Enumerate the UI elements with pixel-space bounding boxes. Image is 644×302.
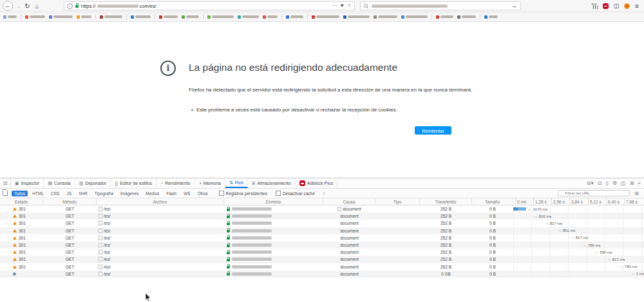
- more-tools-icon[interactable]: ⊞: [630, 180, 634, 186]
- bookmark-item[interactable]: [457, 15, 476, 19]
- file-cell: /es/: [97, 227, 224, 234]
- domain-cell: [224, 270, 323, 278]
- settings-gear-icon[interactable]: ⚙: [612, 180, 617, 186]
- column-header-estado[interactable]: Estado: [0, 198, 43, 205]
- bookmark-item[interactable]: [25, 15, 45, 19]
- table-row[interactable]: 301GET/es/document252 B0 B→ 1170 ms: [0, 205, 644, 212]
- adblock-plus-icon[interactable]: [603, 3, 609, 9]
- bookmark-item[interactable]: [312, 15, 339, 19]
- bookmark-item[interactable]: [484, 15, 498, 19]
- filter-tipografía[interactable]: Tipografía: [92, 191, 116, 196]
- column-header-método[interactable]: Método: [43, 198, 97, 205]
- bookmark-item[interactable]: [238, 15, 259, 19]
- filter-ws[interactable]: WS: [181, 191, 193, 196]
- tab-consola[interactable]: ▤Consola: [44, 178, 75, 188]
- search-bar[interactable]: →: [360, 1, 521, 10]
- persistent-logs-checkbox[interactable]: Registros persistentes: [219, 191, 267, 196]
- bookmark-favicon: [238, 15, 241, 19]
- retry-button[interactable]: Reintentar: [415, 126, 451, 135]
- table-row[interactable]: 301GET/es/document252 B0 B→ 851 ms: [0, 227, 644, 234]
- pocket-icon[interactable]: ♥: [341, 3, 344, 9]
- filter-css[interactable]: CSS: [48, 191, 62, 196]
- table-row[interactable]: 301GET/es/document252 B0 B→ 817 ms: [0, 234, 644, 241]
- forward-button[interactable]: →: [13, 1, 23, 11]
- filter-html[interactable]: HTML: [30, 191, 46, 196]
- tab-almacenamiento[interactable]: ≣Almacenamiento: [248, 178, 296, 188]
- table-row[interactable]: GET/es/document0 GB0 B→ 1 ms: [0, 270, 644, 278]
- bookmark-item[interactable]: [401, 15, 428, 19]
- tab-rendimiento[interactable]: ◔Rendimiento: [156, 178, 195, 188]
- bookmark-item[interactable]: [207, 15, 234, 19]
- tab-inspector[interactable]: ▣Inspector: [11, 178, 44, 188]
- column-header-causa[interactable]: Causa: [323, 198, 375, 205]
- tab-depurador[interactable]: ▥Depurador: [75, 178, 111, 188]
- bookmark-item[interactable]: [436, 15, 453, 19]
- hamburger-menu-icon[interactable]: ≡: [635, 3, 639, 10]
- file-path: /es/: [104, 272, 110, 276]
- redacted-domain: [97, 5, 138, 8]
- size-cell: 0 B: [472, 212, 513, 220]
- page-actions-icon[interactable]: ⋯: [332, 3, 337, 9]
- bookmark-item[interactable]: [159, 15, 178, 19]
- network-filter-bar: TodosHTMLCSSJSXHRTipografíaImágenesMedio…: [0, 189, 644, 198]
- filter-todos[interactable]: Todos: [12, 191, 28, 196]
- back-button[interactable]: ←: [3, 1, 13, 11]
- bookmark-item[interactable]: [182, 15, 199, 19]
- sidebar-icon[interactable]: ◫: [614, 3, 620, 9]
- transferred-cell: 0 GB: [420, 270, 472, 278]
- pick-element-icon[interactable]: ⊡: [0, 178, 11, 188]
- search-go-icon[interactable]: →: [511, 3, 517, 9]
- column-header-timeline[interactable]: 0 ms1,28 s2,56 s3,84 s5,12 s6,40 s7,68 s: [513, 198, 644, 205]
- split-console-icon[interactable]: ⊡: [598, 180, 602, 186]
- site-info-icon[interactable]: i: [67, 3, 73, 9]
- bookmark-item[interactable]: [374, 15, 397, 19]
- bookmark-item[interactable]: [49, 15, 73, 19]
- responsive-mode-icon[interactable]: ▯: [605, 180, 608, 186]
- bookmark-item[interactable]: [77, 15, 91, 19]
- filter-medios[interactable]: Medios: [143, 191, 162, 196]
- close-devtools-icon[interactable]: ×: [638, 180, 641, 186]
- disable-cache-checkbox[interactable]: Desactivar caché: [276, 191, 315, 196]
- tab-memoria[interactable]: ◑Memoria: [194, 178, 225, 188]
- window-icon[interactable]: ◫: [621, 180, 626, 186]
- network-details-toggle-icon[interactable]: ⊞: [634, 191, 639, 196]
- https-lock-icon[interactable]: [75, 5, 79, 8]
- bookmark-favicon: [263, 15, 266, 19]
- network-request-list: 301GET/es/document252 B0 B→ 1170 ms301GE…: [0, 205, 644, 278]
- table-row[interactable]: 301GET/es/document252 B0 B→ 817 ms: [0, 256, 644, 263]
- home-button[interactable]: ⌂: [32, 1, 42, 11]
- url-filter-input[interactable]: [558, 190, 630, 196]
- column-header-dominio[interactable]: Dominio: [224, 198, 323, 205]
- filter-otros[interactable]: Otros: [195, 191, 211, 196]
- library-icon[interactable]: [592, 3, 598, 9]
- bookmark-item[interactable]: [263, 15, 278, 19]
- filter-js[interactable]: JS: [64, 191, 74, 196]
- tab-red[interactable]: ⇅Red: [225, 178, 248, 188]
- extension-icon[interactable]: [624, 3, 630, 9]
- table-row[interactable]: 301GET/es/document252 B0 B→ 769 ms: [0, 241, 644, 249]
- bookmark-item[interactable]: [3, 15, 17, 19]
- tab-adblock-plus[interactable]: Adblock Plus: [296, 178, 337, 188]
- column-header-archivo[interactable]: Archivo: [97, 198, 224, 205]
- filter-flash[interactable]: Flash: [164, 191, 179, 196]
- checkbox-box: [219, 191, 224, 196]
- table-row[interactable]: 301GET/es/document252 B0 B→ 784 ms: [0, 249, 644, 256]
- bookmark-item[interactable]: [100, 15, 122, 19]
- filter-xhr[interactable]: XHR: [76, 191, 90, 196]
- column-header-tamaño[interactable]: Tamaño: [472, 198, 513, 205]
- clear-requests-icon[interactable]: [3, 191, 8, 196]
- bookmark-star-icon[interactable]: ☆: [347, 3, 352, 9]
- column-header-transferido[interactable]: Transferido: [420, 198, 472, 205]
- reload-button[interactable]: ↻: [23, 1, 32, 11]
- column-header-tipo[interactable]: Tipo: [375, 198, 420, 205]
- filter-imágenes[interactable]: Imágenes: [118, 191, 142, 196]
- table-row[interactable]: 301GET/es/document252 B0 B→ 817 ms: [0, 220, 644, 227]
- bookmark-item[interactable]: [286, 15, 303, 19]
- bookmark-item[interactable]: [343, 15, 370, 19]
- table-row[interactable]: 301GET/es/document252 B0 B→ 790 ms: [0, 263, 644, 270]
- url-bar[interactable]: i https:// com/es/ ⋯ ♥ ☆: [64, 1, 355, 10]
- bookmark-item[interactable]: [131, 15, 151, 19]
- dock-options-icon[interactable]: ⊟▾: [587, 180, 594, 186]
- tab-editor-de-estilos[interactable]: {}Editor de estilos: [111, 178, 156, 188]
- table-row[interactable]: 301GET/es/document252 B0 B→ 816 ms: [0, 212, 644, 220]
